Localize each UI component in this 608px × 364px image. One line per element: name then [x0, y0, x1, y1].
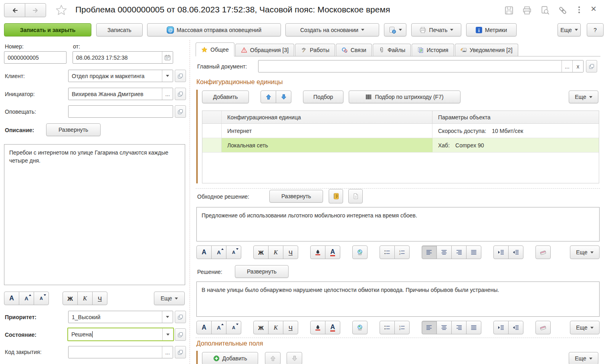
clear-format-button[interactable]: [535, 321, 551, 334]
move-down-button[interactable]: [276, 90, 291, 103]
bullet-list-button[interactable]: [380, 321, 395, 334]
description-textarea[interactable]: Перебои с интернетом по улице Гагарина с…: [4, 144, 185, 285]
knowledge-base-button[interactable]: [329, 189, 343, 203]
align-right-button[interactable]: [451, 321, 467, 334]
align-center-button[interactable]: [436, 321, 452, 334]
notify-open-button[interactable]: [175, 105, 186, 118]
unit-cell[interactable]: Интернет: [222, 124, 432, 138]
favorite-star-icon[interactable]: [55, 4, 67, 16]
config-more-button[interactable]: Еще: [569, 90, 598, 103]
create-based-on-button[interactable]: Создать на основании: [285, 23, 379, 36]
font-color-button[interactable]: А: [325, 321, 340, 334]
config-add-button[interactable]: Добавить: [202, 90, 249, 103]
close-code-choose-button[interactable]: ...: [162, 346, 173, 358]
move-down-button-disabled[interactable]: [287, 352, 302, 364]
unit-cell[interactable]: Локальная сеть: [222, 138, 432, 152]
italic-button[interactable]: К: [268, 321, 283, 334]
tab-files[interactable]: Файлы: [373, 44, 411, 56]
description-expand-button[interactable]: Развернуть: [46, 123, 101, 136]
font-decrease-button[interactable]: А: [226, 321, 241, 334]
tab-works[interactable]: Работы: [295, 44, 335, 56]
font-increase-button[interactable]: А: [211, 245, 226, 259]
highlight-color-button[interactable]: [310, 245, 325, 259]
calendar-button[interactable]: [162, 52, 173, 63]
underline-button[interactable]: Ч: [283, 321, 298, 334]
tab-links[interactable]: Связи: [336, 44, 372, 56]
print-menu-button[interactable]: Печать: [411, 23, 461, 36]
config-barcode-button[interactable]: Подбор по штрихкоду (F7): [349, 90, 461, 103]
mass-notify-button[interactable]: Массовая отправка оповещений: [147, 23, 281, 36]
print-preview-icon[interactable]: [540, 6, 550, 15]
priority-dropdown-button[interactable]: [162, 311, 173, 323]
get-link-icon[interactable]: [558, 6, 568, 15]
close-code-field[interactable]: ...: [68, 346, 173, 358]
workaround-expand-button[interactable]: Развернуть: [269, 190, 323, 203]
forward-button[interactable]: [25, 3, 46, 17]
bullet-list-button[interactable]: [380, 245, 395, 259]
solution-expand-button[interactable]: Развернуть: [235, 265, 289, 278]
left-format-more-button[interactable]: Еще: [154, 292, 185, 305]
template-document-button[interactable]: [348, 189, 363, 203]
align-right-button[interactable]: [451, 245, 467, 259]
font-increase-button[interactable]: А: [211, 321, 226, 334]
italic-button[interactable]: К: [77, 292, 93, 305]
format-more-button[interactable]: Еще: [570, 245, 600, 259]
initiator-open-button[interactable]: [175, 88, 186, 100]
print-icon[interactable]: [522, 6, 532, 15]
initiator-choose-button[interactable]: ...: [162, 88, 173, 100]
underline-button[interactable]: Ч: [283, 245, 298, 259]
move-up-button-disabled[interactable]: [265, 352, 281, 364]
client-field[interactable]: Отдел продаж и маркетинга: [68, 70, 173, 82]
priority-field[interactable]: 1_Высокий: [68, 311, 173, 323]
align-left-button[interactable]: [422, 321, 437, 334]
italic-button[interactable]: К: [268, 245, 283, 259]
table-row-selected[interactable]: Локальная сеть Хаб: Compex 90: [202, 138, 599, 153]
main-document-field[interactable]: ... x: [258, 60, 584, 72]
table-row[interactable]: Интернет Скорость доступа: 10 Мбит/сек: [202, 124, 599, 138]
solution-textarea[interactable]: В начале улицы было обнаружено нарушение…: [196, 282, 600, 317]
indent-increase-button[interactable]: [493, 245, 509, 259]
bold-button[interactable]: Ж: [253, 245, 269, 259]
tab-notifications[interactable]: Уведомления [2]: [455, 44, 518, 56]
params-cell[interactable]: Скорость доступа: 10 Мбит/сек: [432, 124, 599, 138]
font-decrease-button[interactable]: А: [226, 245, 241, 259]
additional-more-button[interactable]: Еще: [569, 352, 598, 364]
align-justify-button[interactable]: [466, 321, 481, 334]
font-button[interactable]: А: [196, 245, 212, 259]
notify-field[interactable]: [68, 105, 173, 118]
metrics-button[interactable]: Метрики: [466, 23, 517, 36]
font-button[interactable]: А: [196, 321, 212, 334]
state-dropdown-button[interactable]: [162, 328, 173, 340]
save-icon[interactable]: [504, 6, 514, 15]
format-more-button[interactable]: Еще: [570, 321, 600, 334]
more-menu-icon[interactable]: [578, 6, 580, 13]
main-document-choose-button[interactable]: ...: [562, 60, 572, 72]
close-code-open-button[interactable]: [175, 346, 186, 358]
additional-add-button[interactable]: Добавить: [202, 352, 258, 364]
panel-splitter[interactable]: [190, 40, 190, 364]
main-document-clear-button[interactable]: x: [572, 60, 583, 72]
align-justify-button[interactable]: [466, 245, 481, 259]
client-dropdown-button[interactable]: [162, 70, 173, 82]
font-decrease-button[interactable]: А: [34, 292, 49, 305]
close-icon[interactable]: ×: [591, 4, 596, 14]
create-document-button[interactable]: [384, 23, 406, 36]
indent-decrease-button[interactable]: [508, 245, 523, 259]
move-up-button[interactable]: [261, 90, 276, 103]
align-left-button[interactable]: [422, 245, 437, 259]
save-button[interactable]: Записать: [96, 23, 143, 36]
back-button[interactable]: [4, 3, 25, 17]
bold-button[interactable]: Ж: [253, 321, 269, 334]
params-cell[interactable]: Хаб: Compex 90: [432, 138, 599, 152]
tab-history[interactable]: История: [412, 44, 454, 56]
date-field[interactable]: 08.06.2023 17:52:38: [73, 51, 173, 64]
insert-link-button[interactable]: [352, 321, 368, 334]
tab-general[interactable]: Общее: [196, 42, 234, 56]
bold-button[interactable]: Ж: [63, 292, 78, 305]
highlight-color-button[interactable]: [310, 321, 325, 334]
config-pick-button[interactable]: Подбор: [303, 90, 343, 103]
align-center-button[interactable]: [436, 245, 452, 259]
priority-open-button[interactable]: [175, 311, 186, 323]
client-open-button[interactable]: [175, 70, 186, 82]
main-document-open-button[interactable]: [586, 60, 597, 72]
